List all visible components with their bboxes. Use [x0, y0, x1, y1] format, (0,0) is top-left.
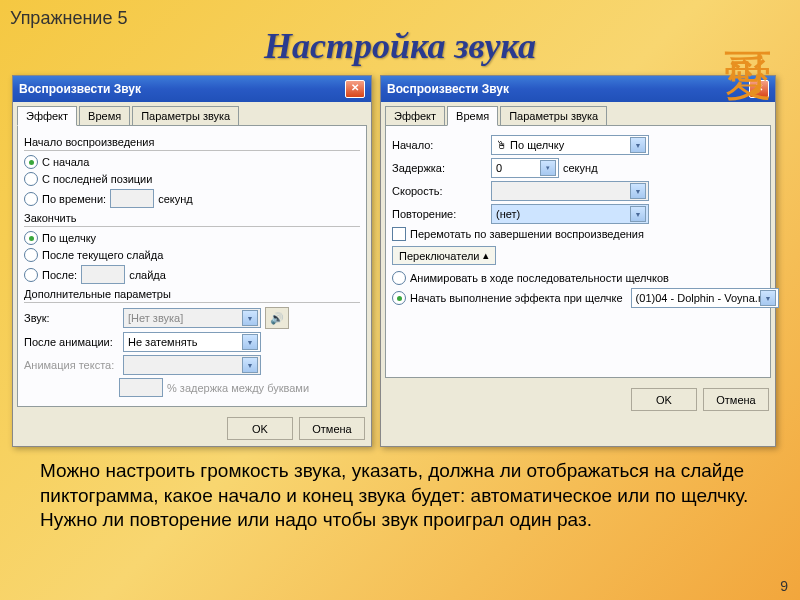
tab-time[interactable]: Время — [79, 106, 130, 125]
close-icon[interactable]: ✕ — [749, 80, 769, 98]
text-anim-select: ▼ — [123, 355, 261, 375]
chevron-down-icon[interactable]: ▼ — [760, 290, 775, 306]
radio-on-click[interactable] — [24, 231, 38, 245]
radio-animate-sequence[interactable] — [392, 271, 406, 285]
chevron-down-icon[interactable]: ▼ — [242, 334, 258, 350]
exercise-label: Упражнение 5 — [10, 8, 127, 29]
radio-after-n[interactable] — [24, 268, 38, 282]
dialog-title: Воспроизвести Звук — [387, 82, 509, 96]
delay-spinner — [119, 378, 163, 397]
cancel-button[interactable]: Отмена — [299, 417, 365, 440]
radio-by-time[interactable] — [24, 192, 38, 206]
tab-sound-params[interactable]: Параметры звука — [500, 106, 607, 125]
radio-after-slide[interactable] — [24, 248, 38, 262]
collapse-icon: ▴ — [483, 249, 489, 262]
close-icon[interactable]: ✕ — [345, 80, 365, 98]
titlebar: Воспроизвести Звук ✕ — [13, 76, 371, 102]
after-anim-select[interactable]: Не затемнять▼ — [123, 332, 261, 352]
titlebar: Воспроизвести Звук ✕ — [381, 76, 775, 102]
dialog-sound-time: Воспроизвести Звук ✕ Эффект Время Параме… — [380, 75, 776, 447]
speed-select: ▼ — [491, 181, 649, 201]
tab-effect[interactable]: Эффект — [385, 106, 445, 125]
spinner-icon[interactable]: ▾ — [540, 160, 556, 176]
dialog-title: Воспроизвести Звук — [19, 82, 141, 96]
chevron-down-icon[interactable]: ▼ — [630, 206, 646, 222]
group-extra-label: Дополнительные параметры — [24, 288, 360, 300]
trigger-select[interactable]: (01)04 - Dolphin - Voyna.m▼ — [631, 288, 779, 308]
delay-input[interactable]: 0▾ — [491, 158, 559, 178]
tab-effect[interactable]: Эффект — [17, 106, 77, 126]
start-select[interactable]: 🖱 По щелчку▼ — [491, 135, 649, 155]
ok-button[interactable]: OK — [631, 388, 697, 411]
tab-sound-params[interactable]: Параметры звука — [132, 106, 239, 125]
cancel-button[interactable]: Отмена — [703, 388, 769, 411]
tab-time[interactable]: Время — [447, 106, 498, 126]
ok-button[interactable]: OK — [227, 417, 293, 440]
radio-from-start[interactable] — [24, 155, 38, 169]
time-spinner — [110, 189, 154, 208]
chevron-down-icon[interactable]: ▼ — [630, 137, 646, 153]
sound-select: [Нет звука]▼ — [123, 308, 261, 328]
group-end-label: Закончить — [24, 212, 360, 224]
switchers-button[interactable]: Переключатели▴ — [392, 246, 496, 265]
dialog-sound-effect: Воспроизвести Звук ✕ Эффект Время Параме… — [12, 75, 372, 447]
radio-start-on-click[interactable] — [392, 291, 406, 305]
rewind-checkbox[interactable] — [392, 227, 406, 241]
chevron-down-icon: ▼ — [242, 310, 258, 326]
slides-spinner — [81, 265, 125, 284]
chevron-down-icon: ▼ — [242, 357, 258, 373]
repeat-select[interactable]: (нет)▼ — [491, 204, 649, 224]
chevron-down-icon: ▼ — [630, 183, 646, 199]
description-text: Можно настроить громкость звука, указать… — [0, 453, 800, 539]
group-start-label: Начало воспроизведения — [24, 136, 360, 148]
page-title: Настройка звука — [0, 25, 800, 67]
speaker-icon[interactable]: 🔊 — [265, 307, 289, 329]
mouse-icon: 🖱 — [496, 139, 507, 151]
radio-from-last[interactable] — [24, 172, 38, 186]
page-number: 9 — [780, 578, 788, 594]
